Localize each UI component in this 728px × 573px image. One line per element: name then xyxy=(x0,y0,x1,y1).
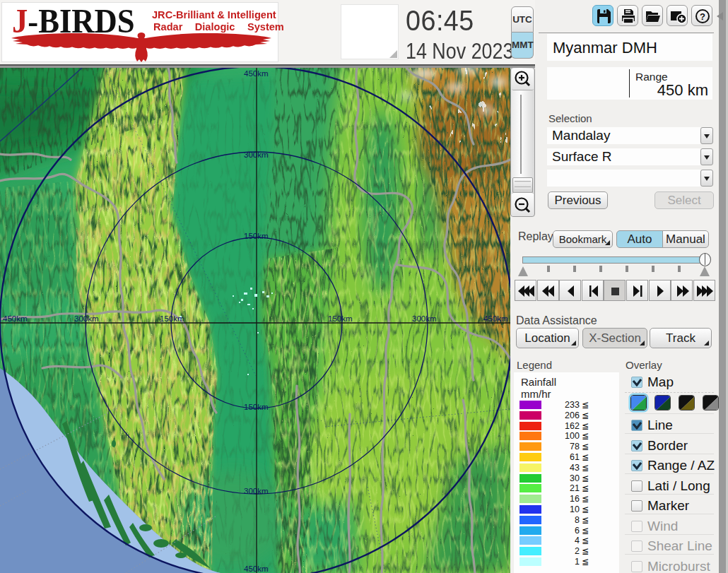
svg-text:450km: 450km xyxy=(244,69,269,78)
svg-text:150km: 150km xyxy=(244,403,269,411)
svg-text:300km: 300km xyxy=(412,314,437,323)
svg-text:450km: 450km xyxy=(244,565,269,573)
svg-text:450km: 450km xyxy=(483,314,508,323)
svg-text:450km: 450km xyxy=(3,314,28,323)
svg-text:300km: 300km xyxy=(244,150,269,159)
svg-text:?: ? xyxy=(700,11,705,22)
svg-text:300km: 300km xyxy=(244,487,269,495)
svg-text:150km: 150km xyxy=(244,232,269,240)
svg-text:300km: 300km xyxy=(74,314,99,323)
svg-text:150km: 150km xyxy=(160,314,184,323)
svg-text:150km: 150km xyxy=(328,314,353,323)
